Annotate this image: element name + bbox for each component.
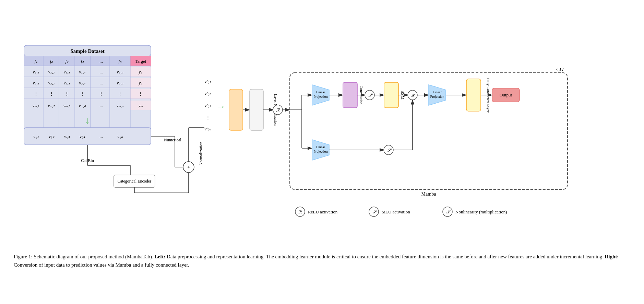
- svg-text:Linear: Linear: [433, 90, 442, 94]
- svg-text:v₁,ₙ: v₁,ₙ: [117, 70, 123, 74]
- svg-text:Projection: Projection: [313, 95, 327, 98]
- down-arrow: ↓: [85, 115, 90, 126]
- svg-text:v₁,₃: v₁,₃: [64, 70, 70, 74]
- svg-text:f₃: f₃: [65, 59, 69, 64]
- svg-text:...: ...: [100, 103, 103, 108]
- svg-text:v₂,₃: v₂,₃: [64, 81, 70, 85]
- svg-text:v'ᵢ,₁: v'ᵢ,₁: [205, 79, 211, 84]
- svg-text:⋮: ⋮: [138, 91, 143, 96]
- figure-caption: Figure 1: Schematic diagram of our propo…: [14, 253, 624, 269]
- svg-text:Projection: Projection: [313, 150, 327, 153]
- svg-text:v₁,₁: v₁,₁: [33, 70, 39, 74]
- svg-rect-2: [24, 56, 130, 66]
- svg-text:vₘ,ₙ: vₘ,ₙ: [117, 103, 123, 108]
- svg-text:vᵢ,₃: vᵢ,₃: [64, 134, 70, 139]
- svg-text:⋮: ⋮: [80, 91, 85, 96]
- output-label: Output: [500, 92, 512, 97]
- svg-text:...: ...: [100, 70, 103, 74]
- svg-text:⋮: ⋮: [99, 91, 104, 96]
- svg-text:vₘ,₁: vₘ,₁: [33, 103, 39, 108]
- normalization-label: Normalization: [199, 142, 203, 165]
- diagram-container: Sample Dataset f₁ f₂ f₃ f₄ ... fₙ Target…: [14, 35, 630, 249]
- caption-text: Figure 1: Schematic diagram of our propo…: [14, 254, 619, 268]
- svg-text:...: ...: [99, 134, 103, 139]
- times-m-label: ×𝓜: [555, 67, 564, 72]
- mamba-label: Mamba: [421, 191, 437, 197]
- numerical-label: Numerical: [164, 138, 181, 142]
- categorical-encoder-label: Categorical Encoder: [118, 179, 151, 184]
- svg-text:v'ᵢ,₃: v'ᵢ,₃: [205, 103, 212, 108]
- svg-text:vₘ,₃: vₘ,₃: [63, 103, 71, 108]
- svg-text:Projection: Projection: [430, 95, 444, 98]
- svg-text:+: +: [187, 165, 190, 170]
- svg-text:f₂: f₂: [50, 59, 53, 64]
- svg-rect-104: [384, 82, 398, 108]
- svg-text:yₘ: yₘ: [138, 103, 143, 108]
- svg-text:vᵢ,₂: vᵢ,₂: [49, 134, 55, 139]
- svg-text:vᵢ,ₙ: vᵢ,ₙ: [117, 134, 123, 139]
- svg-text:v₂,ₙ: v₂,ₙ: [117, 81, 123, 85]
- svg-text:⋮: ⋮: [34, 91, 38, 96]
- svg-text:v₁,₂: v₁,₂: [48, 70, 55, 74]
- svg-text:v₂,₁: v₂,₁: [33, 81, 39, 85]
- nonlinearity-legend: Nonlinearity (multiplication): [455, 209, 507, 214]
- svg-text:v₂,₄: v₂,₄: [79, 81, 85, 85]
- svg-rect-98: [343, 82, 357, 108]
- svg-text:vᵢ,₄: vᵢ,₄: [80, 134, 85, 139]
- svg-rect-79: [229, 89, 243, 130]
- svg-text:fₙ: fₙ: [119, 59, 122, 64]
- svg-text:v₁,₄: v₁,₄: [79, 70, 85, 74]
- dataset-title: Sample Dataset: [70, 48, 105, 54]
- svg-text:v'ᵢ,ₙ: v'ᵢ,ₙ: [205, 126, 212, 131]
- silu-legend: SiLU activation: [382, 209, 410, 214]
- svg-text:...: ...: [100, 81, 103, 85]
- svg-text:vₘ,₂: vₘ,₂: [48, 103, 55, 108]
- svg-text:v'ᵢ,₂: v'ᵢ,₂: [205, 91, 212, 96]
- svg-text:Target: Target: [135, 59, 146, 64]
- svg-text:vᵢ,₁: vᵢ,₁: [33, 134, 39, 139]
- svg-text:y₁: y₁: [139, 70, 142, 74]
- svg-rect-123: [466, 79, 481, 111]
- relu-legend: ReLU activation: [308, 209, 338, 214]
- svg-text:⋮: ⋮: [64, 91, 69, 96]
- svg-text:→: →: [216, 101, 226, 112]
- svg-text:Linear: Linear: [316, 145, 325, 149]
- svg-text:⋮: ⋮: [206, 115, 210, 120]
- svg-text:⋮: ⋮: [118, 91, 122, 96]
- svg-text:f₄: f₄: [81, 59, 84, 64]
- col-header-f1: f₁: [35, 59, 38, 64]
- svg-text:Linear: Linear: [316, 90, 325, 94]
- svg-text:y₂: y₂: [139, 81, 143, 85]
- svg-text:v₂,₂: v₂,₂: [48, 81, 55, 85]
- svg-text:...: ...: [99, 59, 103, 64]
- svg-text:⋮: ⋮: [49, 91, 54, 96]
- svg-text:vₘ,₄: vₘ,₄: [79, 103, 86, 108]
- svg-rect-52: [24, 128, 151, 145]
- svg-rect-82: [250, 89, 263, 130]
- main-figure: Sample Dataset f₁ f₂ f₃ f₄ ... fₙ Target…: [14, 35, 630, 269]
